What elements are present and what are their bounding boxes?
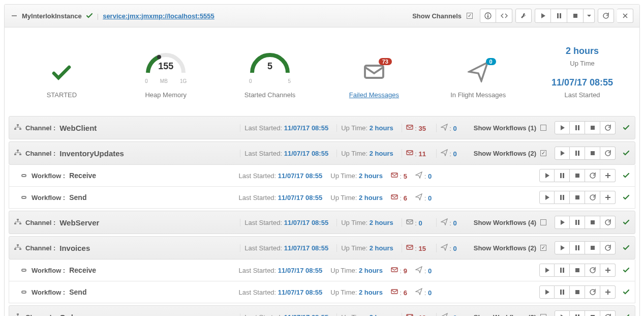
- channel-row: Channel : OrdersLast Started: 11/07/17 0…: [9, 305, 635, 316]
- show-workflows-checkbox[interactable]: [540, 219, 546, 225]
- pause-button[interactable]: [555, 264, 570, 277]
- paper-plane-icon: [468, 61, 489, 82]
- play-button[interactable]: [555, 121, 570, 134]
- channel-label: Channel :: [25, 244, 55, 252]
- workflow-failed-count: 9: [404, 267, 407, 275]
- envelope-icon: [391, 193, 398, 200]
- pause-button[interactable]: [551, 9, 567, 23]
- workflow-name[interactable]: Receive: [69, 266, 96, 274]
- stop-button[interactable]: [567, 9, 584, 23]
- paper-plane-icon: [441, 149, 448, 156]
- chain-icon: [20, 289, 27, 296]
- started-channels-widget: 5 05 Started Channels: [218, 38, 322, 99]
- play-button[interactable]: [539, 285, 555, 299]
- pause-button[interactable]: [555, 169, 570, 182]
- hierarchy-icon: [14, 124, 21, 131]
- stop-button[interactable]: [585, 241, 600, 254]
- stop-menu-button[interactable]: [584, 9, 595, 23]
- status-check-icon: [623, 194, 630, 201]
- refresh-button[interactable]: [600, 121, 616, 134]
- play-button[interactable]: [539, 191, 555, 204]
- play-button[interactable]: [539, 169, 555, 182]
- workflow-name[interactable]: Send: [69, 193, 86, 202]
- workflow-inflight-count: 0: [428, 267, 432, 275]
- envelope-icon: [406, 244, 413, 251]
- pause-button[interactable]: [570, 241, 585, 254]
- channel-name[interactable]: InventoryUpdates: [59, 149, 124, 158]
- add-button[interactable]: [600, 285, 616, 299]
- code-button[interactable]: [496, 9, 512, 23]
- pause-button[interactable]: [570, 216, 585, 229]
- wrench-button[interactable]: [515, 9, 532, 23]
- jmx-url-link[interactable]: service:jmx:jmxmp://localhost:5555: [103, 12, 214, 20]
- channel-uptime: 2 hours: [370, 244, 393, 252]
- refresh-button[interactable]: [585, 264, 600, 277]
- channel-name[interactable]: WebServer: [59, 218, 99, 227]
- workflow-label: Workflow :: [32, 172, 65, 180]
- channel-row: Channel : WebServerLast Started: 11/07/1…: [9, 211, 635, 234]
- channel-name[interactable]: Orders: [59, 313, 84, 317]
- uptime-widget: 2 hours Up Time 11/07/17 08:55 Last Star…: [530, 38, 634, 99]
- refresh-button[interactable]: [585, 169, 600, 182]
- stop-button[interactable]: [585, 216, 600, 229]
- show-workflows-checkbox[interactable]: [540, 245, 546, 251]
- show-workflows-label: Show Workflows (2): [474, 150, 536, 157]
- close-button[interactable]: [617, 9, 633, 23]
- workflow-name[interactable]: Send: [69, 288, 86, 296]
- channel-uptime: 2 hours: [370, 124, 393, 132]
- stop-button[interactable]: [585, 310, 600, 316]
- pause-button[interactable]: [570, 147, 585, 160]
- paper-plane-icon: [415, 288, 422, 295]
- play-button[interactable]: [535, 9, 551, 23]
- show-workflows-checkbox[interactable]: [540, 150, 546, 156]
- envelope-icon: [391, 171, 398, 179]
- show-channels-checkbox[interactable]: [467, 13, 473, 19]
- channel-name[interactable]: Invoices: [59, 244, 90, 252]
- play-button[interactable]: [539, 264, 555, 277]
- add-button[interactable]: [600, 191, 616, 204]
- channel-inflight-count: 0: [453, 125, 457, 132]
- stop-button[interactable]: [570, 264, 585, 277]
- pause-button[interactable]: [570, 310, 585, 316]
- add-button[interactable]: [600, 169, 616, 182]
- info-button[interactable]: [480, 9, 496, 23]
- started-channels-value: 5: [247, 61, 293, 72]
- stop-button[interactable]: [570, 169, 585, 182]
- status-check-icon: [86, 12, 93, 19]
- refresh-button[interactable]: [585, 285, 600, 299]
- status-check-icon: [623, 244, 630, 251]
- play-button[interactable]: [555, 147, 570, 160]
- channel-name[interactable]: WebClient: [59, 124, 97, 132]
- instance-name: MyInterlokInstance: [22, 12, 82, 20]
- show-workflows-checkbox[interactable]: [540, 125, 546, 131]
- paper-plane-icon: [415, 171, 422, 179]
- channel-failed-count: 15: [419, 245, 426, 252]
- envelope-icon: [406, 149, 413, 156]
- refresh-button[interactable]: [585, 191, 600, 204]
- show-workflows-checkbox[interactable]: [540, 314, 546, 316]
- failed-messages-link[interactable]: Failed Messages: [349, 91, 399, 99]
- envelope-icon: [406, 313, 413, 317]
- refresh-button[interactable]: [600, 147, 616, 160]
- workflow-name[interactable]: Receive: [69, 171, 96, 180]
- status-check-icon: [623, 267, 630, 274]
- refresh-button[interactable]: [600, 310, 616, 316]
- stop-button[interactable]: [585, 147, 600, 160]
- play-button[interactable]: [555, 216, 570, 229]
- play-button[interactable]: [555, 310, 570, 316]
- add-button[interactable]: [600, 264, 616, 277]
- workflow-inflight-count: 0: [428, 194, 432, 202]
- stop-button[interactable]: [570, 191, 585, 204]
- play-button[interactable]: [555, 241, 570, 254]
- pause-button[interactable]: [555, 285, 570, 299]
- pause-button[interactable]: [555, 191, 570, 204]
- stop-button[interactable]: [585, 121, 600, 134]
- failed-messages-widget[interactable]: 73 Failed Messages: [322, 38, 426, 99]
- pause-button[interactable]: [570, 121, 585, 134]
- refresh-button[interactable]: [600, 216, 616, 229]
- refresh-button[interactable]: [598, 9, 614, 23]
- svg-point-10: [157, 55, 161, 59]
- refresh-button[interactable]: [600, 241, 616, 254]
- collapse-icon[interactable]: [11, 12, 18, 19]
- stop-button[interactable]: [570, 285, 585, 299]
